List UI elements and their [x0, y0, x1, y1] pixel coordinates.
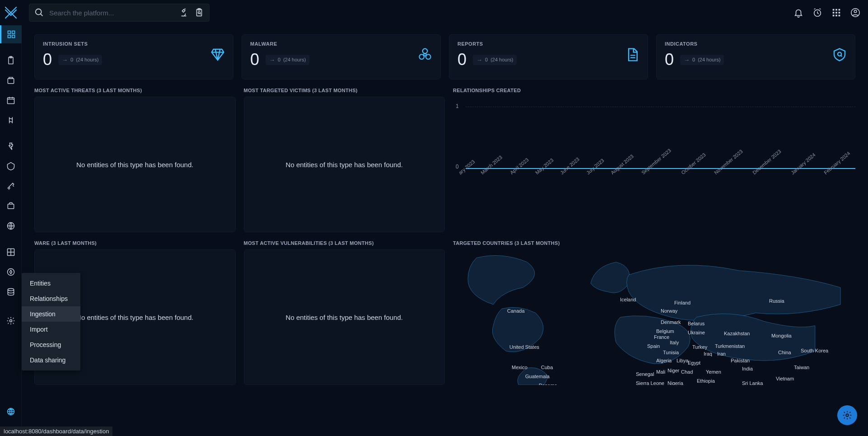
- customize-fab[interactable]: [837, 405, 857, 425]
- sidebar-item-investigations[interactable]: [2, 263, 20, 281]
- country-label: Russia: [769, 298, 784, 304]
- country-label: Spain: [647, 343, 660, 349]
- empty-text: No entities of this type has been found.: [76, 314, 193, 321]
- sidebar-item-entities[interactable]: [2, 197, 20, 215]
- country-label: Belgium: [656, 328, 674, 334]
- svg-point-37: [9, 320, 12, 322]
- stat-card-intrusion-sets[interactable]: INTRUSION SETS 0 → 0 (24 hours): [34, 34, 233, 80]
- sidebar-item-techniques[interactable]: [2, 177, 20, 195]
- arrow-right-icon: →: [269, 56, 275, 63]
- stat-title: INDICATORS: [665, 41, 847, 47]
- sidebar量--threats[interactable]: [2, 137, 20, 155]
- country-label: Sierra Leone: [636, 380, 664, 385]
- submenu-import[interactable]: Import: [22, 322, 80, 337]
- panel-label: WARE (3 LAST MONTHS): [34, 240, 236, 246]
- submenu-entities[interactable]: Entities: [22, 276, 80, 291]
- sidebar-item-settings[interactable]: [2, 312, 20, 330]
- country-label: Ethiopia: [697, 378, 715, 384]
- svg-point-0: [36, 9, 42, 15]
- panel-threats: MOST ACTIVE THREATS (3 LAST MONTHS) No e…: [34, 88, 236, 232]
- panel-label: RELATIONSHIPS CREATED: [453, 88, 855, 93]
- sidebar-item-observations[interactable]: [2, 111, 20, 129]
- trend-value: 0: [70, 57, 73, 62]
- data-submenu: Entities Relationships Ingestion Import …: [22, 273, 80, 370]
- country-label: Finland: [674, 300, 691, 305]
- microscope-icon[interactable]: [178, 7, 189, 18]
- country-label: Panama: [539, 383, 557, 385]
- empty-text: No entities of this type has been found.: [286, 161, 403, 169]
- country-label: Denmark: [661, 319, 681, 325]
- sidebar-item-locations[interactable]: [2, 217, 20, 235]
- stat-card-reports[interactable]: REPORTS 0 → 0 (24 hours): [449, 34, 648, 80]
- country-label: Guatemala: [525, 374, 550, 379]
- topbar: [0, 0, 868, 25]
- biohazard-icon: [418, 47, 432, 62]
- search-input[interactable]: [49, 9, 174, 17]
- arrow-right-icon: →: [684, 56, 690, 63]
- submenu-relationships[interactable]: Relationships: [22, 291, 80, 306]
- panel-vulnerabilities: MOST ACTIVE VULNERABILITIES (3 LAST MONT…: [244, 240, 445, 385]
- submenu-ingestion[interactable]: Ingestion: [22, 306, 80, 322]
- bell-icon[interactable]: [793, 7, 804, 18]
- country-label: Turkey: [692, 344, 707, 350]
- world-map[interactable]: Iceland Canada Finland Russia Norway Den…: [453, 249, 855, 385]
- svg-rect-24: [8, 79, 14, 84]
- stat-trend-badge: → 0 (24 hours): [266, 55, 309, 65]
- country-label: Iraq: [704, 351, 712, 356]
- alarm-icon[interactable]: [812, 7, 823, 18]
- stat-card-malware[interactable]: MALWARE 0 → 0 (24 hours): [242, 34, 441, 80]
- app-logo[interactable]: [0, 0, 22, 25]
- country-label: France: [654, 334, 669, 340]
- svg-rect-26: [7, 98, 14, 103]
- chart-month: August 2023: [610, 153, 635, 175]
- trend-period: (24 hours): [76, 57, 98, 62]
- stat-trend-badge: → 0 (24 hours): [680, 55, 724, 65]
- sidebar-item-dashboard[interactable]: [0, 25, 22, 43]
- chart-month: October 2023: [680, 152, 707, 175]
- svg-point-17: [854, 10, 857, 13]
- globe-toggle-icon[interactable]: [2, 403, 20, 421]
- empty-text: No entities of this type has been found.: [286, 314, 403, 321]
- account-icon[interactable]: [850, 7, 861, 18]
- country-label: Norway: [661, 308, 677, 314]
- svg-line-5: [200, 14, 201, 14]
- sidebar-item-events[interactable]: [2, 91, 20, 109]
- arrow-right-icon: →: [476, 56, 482, 63]
- sidebar-item-dashboards[interactable]: [2, 243, 20, 261]
- svg-rect-12: [839, 12, 840, 14]
- svg-rect-18: [8, 31, 11, 34]
- grid-apps-icon[interactable]: [831, 7, 842, 18]
- topbar-right: [793, 7, 861, 18]
- country-label: India: [742, 366, 753, 371]
- search-box[interactable]: [29, 4, 210, 22]
- sidebar-item-data[interactable]: [2, 283, 20, 301]
- svg-rect-19: [12, 31, 15, 34]
- document-icon: [625, 47, 639, 62]
- panel-victims: MOST TARGETED VICTIMS (3 LAST MONTHS) No…: [244, 88, 445, 232]
- trend-period: (24 hours): [698, 57, 720, 62]
- submenu-data-sharing[interactable]: Data sharing: [22, 352, 80, 368]
- arrow-right-icon: →: [62, 56, 68, 63]
- chart-month: May 2023: [534, 157, 555, 175]
- panel-row-3: WARE (3 LAST MONTHS) No entities of this…: [34, 240, 855, 385]
- svg-line-44: [841, 55, 842, 56]
- chart-month: January 2024: [790, 152, 817, 175]
- country-label: Belarus: [688, 321, 705, 326]
- svg-rect-14: [835, 15, 837, 17]
- stat-title: REPORTS: [457, 41, 639, 47]
- status-bar-url: localhost:8080/dashboard/data/ingestion: [0, 427, 112, 436]
- submenu-processing[interactable]: Processing: [22, 337, 80, 352]
- country-label: Niger: [667, 368, 679, 373]
- chart-month: September 2023: [640, 148, 672, 175]
- sidebar-item-analyses[interactable]: [2, 52, 20, 70]
- sidebar-item-arsenal[interactable]: [2, 157, 20, 175]
- stat-card-indicators[interactable]: INDICATORS 0 → 0 (24 hours): [656, 34, 855, 80]
- chart-x-axis: ary 2023 March 2023 April 2023 May 2023 …: [457, 171, 855, 177]
- clipboard-search-icon[interactable]: [194, 7, 205, 18]
- svg-point-42: [426, 54, 431, 59]
- panel-relationships: RELATIONSHIPS CREATED 1 0 ary 2023 March…: [453, 88, 855, 232]
- chart-month: ary 2023: [457, 159, 476, 175]
- country-label: Algeria: [656, 358, 672, 363]
- country-label: Senegal: [636, 371, 654, 377]
- sidebar-item-cases[interactable]: [2, 71, 20, 89]
